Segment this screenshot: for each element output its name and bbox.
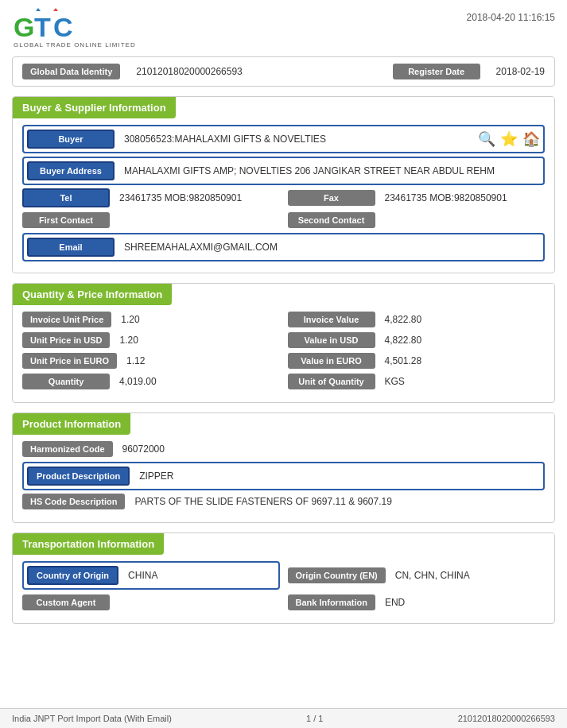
custom-agent-label: Custom Agent [22,594,110,610]
quantity-price-section: Quantity & Price Information Invoice Uni… [12,283,555,403]
logo-subtitle: GLOBAL TRADE ONLINE LIMITED [12,41,136,48]
buyer-supplier-title: Buyer & Supplier Information [13,97,176,118]
unit-price-euro-label: Unit Price in EURO [22,353,117,369]
quantity-value: 4,019.00 [116,374,280,389]
hs-code-desc-label: HS Code Description [22,494,125,509]
bank-information-label: Bank Information [288,594,375,610]
buyer-icons: 🔍 ⭐ 🏠 [478,130,540,148]
svg-marker-3 [36,8,41,11]
datetime: 2018-04-20 11:16:15 [467,12,555,23]
usd-row: Unit Price in USD 1.20 Value in USD 4,82… [22,332,545,348]
footer-center: 1 / 1 [306,714,323,723]
harmonized-code-label: Harmonized Code [22,441,113,457]
origin-country-en-label: Origin Country (EN) [288,567,386,583]
country-of-origin-block: Country of Origin CHINA [22,561,280,590]
hs-code-desc-row: HS Code Description PARTS OF THE SLIDE F… [22,494,545,509]
buyer-value: 308056523:MAHALAXMI GIFTS & NOVELTIES [121,132,465,146]
home-icon[interactable]: 🏠 [522,130,540,148]
global-data-identity-label: Global Data Identity [22,64,120,79]
buyer-block: Buyer 308056523:MAHALAXMI GIFTS & NOVELT… [22,125,545,153]
country-of-origin-value: CHINA [125,568,274,583]
transportation-title: Transportation Information [13,533,164,555]
invoice-value-label: Invoice Value [288,312,375,327]
svg-text:C: C [53,12,73,42]
email-block: Email SHREEMAHALAXMI@GMAIL.COM [22,233,545,261]
custom-bank-row: Custom Agent Bank Information END [22,594,545,610]
transportation-section: Transportation Information Country of Or… [12,532,555,624]
country-origin-row: Country of Origin CHINA Origin Country (… [22,561,545,590]
unit-of-quantity-label: Unit of Quantity [288,374,375,389]
unit-price-usd-value: 1.20 [116,333,279,347]
value-usd-label: Value in USD [288,332,375,348]
invoice-value-value: 4,822.80 [382,312,546,327]
custom-agent-value [116,601,280,604]
invoice-unit-price-label: Invoice Unit Price [22,312,111,327]
country-of-origin-label: Country of Origin [27,566,118,585]
main-content: Global Data Identity 2101201802000026659… [0,52,567,645]
logo-area: G T C GLOBAL TRADE ONLINE LIMITED [12,8,136,48]
header: G T C GLOBAL TRADE ONLINE LIMITED 2018-0… [0,0,567,52]
footer-right: 21012018020000266593 [458,714,555,723]
unit-price-euro-value: 1.12 [123,354,279,368]
harmonized-code-value: 96072000 [119,442,545,456]
value-usd-value: 4,822.80 [382,333,546,347]
first-contact-label: First Contact [22,212,110,228]
bank-information-value: END [382,595,545,610]
buyer-address-label: Buyer Address [27,161,115,180]
buyer-address-value: MAHALAXMI GIFTS AMP; NOVELTIES 206 JANGI… [121,164,540,178]
buyer-supplier-section: Buyer & Supplier Information Buyer 30805… [12,96,555,273]
invoice-row: Invoice Unit Price 1.20 Invoice Value 4,… [22,312,545,327]
star-icon[interactable]: ⭐ [500,130,518,148]
product-info-title: Product Information [13,413,130,435]
product-info-section: Product Information Harmonized Code 9607… [12,412,555,523]
svg-marker-4 [53,8,58,11]
quantity-price-title: Quantity & Price Information [13,284,172,305]
tel-fax-row: Tel 23461735 MOB:9820850901 Fax 23461735… [22,188,545,207]
search-icon[interactable]: 🔍 [478,130,495,148]
harmonized-row: Harmonized Code 96072000 [22,441,545,457]
tel-label: Tel [22,188,110,207]
product-description-value: ZIPPER [136,469,540,483]
contacts-row: First Contact Second Contact [22,212,545,228]
first-contact-value [116,219,280,222]
fax-label: Fax [288,190,375,206]
footer-left: India JNPT Port Import Data (With Email) [12,714,172,723]
email-value: SHREEMAHALAXMI@GMAIL.COM [121,240,540,254]
tel-value: 23461735 MOB:9820850901 [116,191,280,205]
quantity-row: Quantity 4,019.00 Unit of Quantity KGS [22,374,545,389]
product-description-label: Product Description [27,467,130,486]
global-data-identity-value: 21012018020000266593 [136,66,242,77]
register-date-label: Register Date [393,64,480,79]
register-date-value: 2018-02-19 [496,66,545,77]
email-label: Email [27,238,115,257]
buyer-label: Buyer [27,130,115,149]
product-description-block: Product Description ZIPPER [22,462,545,490]
second-contact-label: Second Contact [288,212,375,228]
svg-text:T: T [34,12,51,42]
fax-value: 23461735 MOB:9820850901 [382,191,546,205]
invoice-unit-price-value: 1.20 [118,312,279,327]
footer: India JNPT Port Import Data (With Email)… [0,708,567,728]
origin-country-en-value: CN, CHN, CHINA [392,568,545,583]
hs-code-desc-value: PARTS OF THE SLIDE FASTENERS OF 9697.11 … [131,494,545,509]
unit-of-quantity-value: KGS [382,374,546,389]
unit-price-usd-label: Unit Price in USD [22,332,110,348]
buyer-address-block: Buyer Address MAHALAXMI GIFTS AMP; NOVEL… [22,157,545,185]
quantity-label: Quantity [22,374,110,389]
value-euro-label: Value in EURO [288,353,375,369]
global-id-row: Global Data Identity 2101201802000026659… [12,56,555,87]
svg-text:G: G [14,12,34,42]
value-euro-value: 4,501.28 [382,354,546,368]
euro-row: Unit Price in EURO 1.12 Value in EURO 4,… [22,353,545,369]
second-contact-value [382,219,546,222]
